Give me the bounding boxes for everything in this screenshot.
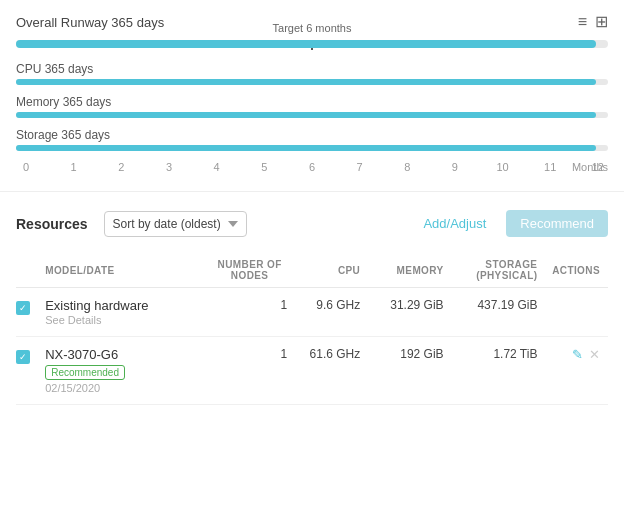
th-nodes: NUMBER OFNODES <box>212 253 295 288</box>
row2-model-date: 02/15/2020 <box>45 382 204 394</box>
table-row: ✓ Existing hardware See Details 1 9.6 GH… <box>16 288 608 337</box>
table-row: ✓ NX-3070-G6 Recommended 02/15/2020 1 61… <box>16 337 608 405</box>
axis-7: 7 <box>350 161 370 173</box>
row2-nodes: 1 <box>212 337 295 405</box>
storage-label: Storage 365 days <box>16 128 608 142</box>
recommended-badge: Recommended <box>45 365 125 380</box>
axis-11: 11 <box>540 161 560 173</box>
axis-6: 6 <box>302 161 322 173</box>
section-divider <box>0 191 624 192</box>
axis-unit-label: Months <box>572 161 608 173</box>
row2-storage: 1.72 TiB <box>452 337 546 405</box>
th-model: MODEL/DATE <box>45 253 212 288</box>
row1-nodes: 1 <box>212 288 295 337</box>
axis-5: 5 <box>254 161 274 173</box>
axis-1: 1 <box>64 161 84 173</box>
overall-runway-title: Overall Runway 365 days <box>16 15 164 30</box>
add-adjust-button[interactable]: Add/Adjust <box>413 210 496 237</box>
th-checkbox <box>16 253 45 288</box>
row1-memory: 31.29 GiB <box>368 288 451 337</box>
grid-icon[interactable]: ⊞ <box>595 14 608 30</box>
axis-4: 4 <box>207 161 227 173</box>
sort-select[interactable]: Sort by date (oldest) <box>104 211 247 237</box>
storage-resource-row: Storage 365 days <box>16 128 608 151</box>
row1-model-cell: Existing hardware See Details <box>45 288 212 337</box>
memory-resource-row: Memory 365 days <box>16 95 608 118</box>
row2-model-name: NX-3070-G6 <box>45 347 204 362</box>
resources-title: Resources <box>16 216 88 232</box>
axis-2: 2 <box>111 161 131 173</box>
axis-9: 9 <box>445 161 465 173</box>
overall-runway-bar <box>16 40 608 48</box>
storage-bar <box>16 145 608 151</box>
edit-icon[interactable]: ✎ <box>572 347 583 362</box>
row2-actions-cell: ✎ ✕ <box>545 337 608 405</box>
resources-header: Resources Sort by date (oldest) Add/Adju… <box>16 210 608 237</box>
row2-model-cell: NX-3070-G6 Recommended 02/15/2020 <box>45 337 212 405</box>
row1-checkbox[interactable]: ✓ <box>16 301 30 315</box>
row1-cpu: 9.6 GHz <box>295 288 368 337</box>
axis-8: 8 <box>397 161 417 173</box>
axis-3: 3 <box>159 161 179 173</box>
target-label: Target 6 months <box>273 22 352 34</box>
axis-0: 0 <box>16 161 36 173</box>
row1-model-sub: See Details <box>45 314 204 326</box>
row1-model-name: Existing hardware <box>45 298 204 313</box>
th-memory: MEMORY <box>368 253 451 288</box>
row2-memory: 192 GiB <box>368 337 451 405</box>
row2-checkbox-cell: ✓ <box>16 337 45 405</box>
delete-icon[interactable]: ✕ <box>589 347 600 362</box>
th-cpu: CPU <box>295 253 368 288</box>
row1-actions <box>545 288 608 337</box>
memory-bar <box>16 112 608 118</box>
table-header-row: MODEL/DATE NUMBER OFNODES CPU MEMORY STO… <box>16 253 608 288</box>
row2-checkbox[interactable]: ✓ <box>16 350 30 364</box>
recommend-button[interactable]: Recommend <box>506 210 608 237</box>
cpu-resource-row: CPU 365 days <box>16 62 608 85</box>
resources-table: MODEL/DATE NUMBER OFNODES CPU MEMORY STO… <box>16 253 608 405</box>
cpu-label: CPU 365 days <box>16 62 608 76</box>
row2-cpu: 61.6 GHz <box>295 337 368 405</box>
axis-row: 0 1 2 3 4 5 6 7 8 9 10 11 12 Months <box>16 161 608 173</box>
th-storage: STORAGE(PHYSICAL) <box>452 253 546 288</box>
axis-10: 10 <box>493 161 513 173</box>
cpu-bar <box>16 79 608 85</box>
row1-checkbox-cell: ✓ <box>16 288 45 337</box>
row1-storage: 437.19 GiB <box>452 288 546 337</box>
memory-label: Memory 365 days <box>16 95 608 109</box>
menu-icon[interactable]: ≡ <box>578 14 587 30</box>
th-actions: ACTIONS <box>545 253 608 288</box>
